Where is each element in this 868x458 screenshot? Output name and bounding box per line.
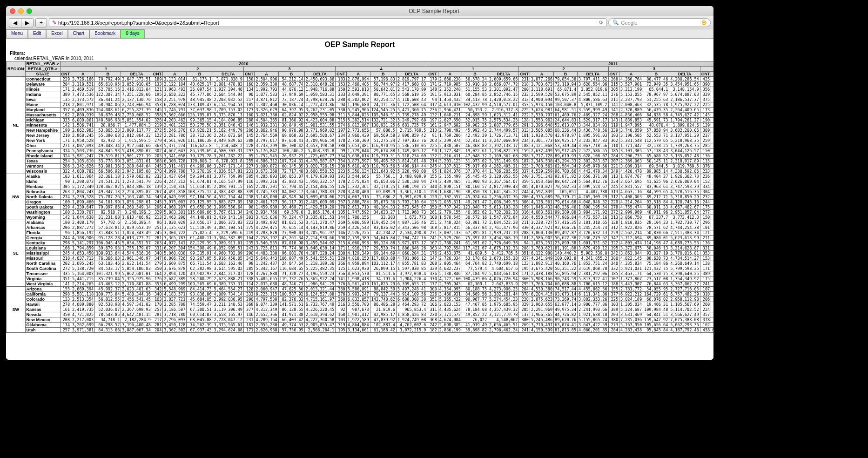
table-row: Maine2182,801,97158,904.062,743,066.9435… bbox=[7, 102, 714, 108]
data-cell: 34,191.6 bbox=[370, 276, 396, 282]
data-cell: 88,647.24 bbox=[554, 179, 578, 184]
data-cell: 73,270.19 bbox=[187, 169, 213, 174]
data-cell: 3,365,783 bbox=[163, 236, 187, 241]
data-cell: 76,655.14 bbox=[278, 225, 304, 230]
data-cell: 219 bbox=[152, 123, 163, 128]
data-cell: 245 bbox=[152, 200, 163, 205]
state-cell: Vermont bbox=[25, 164, 60, 169]
data-cell: 113 bbox=[608, 174, 619, 179]
data-cell: 2,627,550 bbox=[438, 118, 462, 123]
minimize-icon[interactable] bbox=[18, 8, 24, 14]
back-button[interactable]: ◀ bbox=[9, 18, 21, 27]
data-cell: 3,464,293.72 bbox=[396, 302, 427, 307]
zoom-icon[interactable] bbox=[27, 8, 32, 14]
data-cell: 264 bbox=[519, 287, 530, 292]
data-cell: 211 bbox=[519, 220, 530, 225]
data-cell: 5,062,681.01 bbox=[121, 271, 152, 276]
data-cell: 2,416,813.84 bbox=[121, 87, 152, 92]
data-cell: 63,801.72 bbox=[462, 220, 488, 225]
data-cell: 52,813.11 bbox=[462, 138, 488, 143]
data-cell: 216 bbox=[336, 302, 347, 307]
data-cell: 34,161.99 bbox=[95, 200, 121, 205]
data-cell: 2,916,317.8 bbox=[488, 108, 519, 113]
data-cell: 5,736,594 bbox=[711, 87, 713, 92]
data-cell: 96 bbox=[60, 230, 71, 236]
data-cell: 3,488,909.9 bbox=[396, 174, 427, 179]
data-cell: 4,433,532 bbox=[711, 271, 713, 276]
data-cell: 155 bbox=[427, 174, 438, 179]
tab-excel[interactable]: Excel bbox=[46, 29, 67, 38]
data-cell: 363 bbox=[427, 246, 438, 251]
data-cell: 56,895.94 bbox=[554, 271, 578, 276]
data-cell: 329 bbox=[427, 266, 438, 271]
tab-edit[interactable]: Edit bbox=[28, 29, 46, 38]
data-cell: 6,812,667 bbox=[346, 123, 370, 128]
data-cell: 173 bbox=[243, 108, 255, 113]
tab-bookmark[interactable]: Bookmark bbox=[89, 29, 121, 38]
tab-chart[interactable]: Chart bbox=[68, 29, 89, 38]
col-a: A bbox=[619, 72, 643, 77]
data-cell: 169 bbox=[519, 205, 530, 210]
tab-menu[interactable]: Menu bbox=[6, 29, 28, 38]
data-cell: 1,645,491 bbox=[711, 287, 713, 292]
data-cell: 4,048,946.32 bbox=[578, 200, 608, 205]
data-cell: 3,529,766 bbox=[438, 236, 462, 241]
data-cell: 81,674.01 bbox=[187, 179, 213, 184]
search-bar[interactable]: 🔍 Google ⦿ bbox=[608, 18, 711, 27]
data-cell: 53,778.99 bbox=[95, 159, 121, 164]
data-cell: 2,852,746.15 bbox=[488, 92, 519, 97]
state-cell: Nebraska bbox=[25, 189, 60, 195]
data-cell: 272 bbox=[60, 266, 71, 271]
state-cell: Missouri bbox=[25, 256, 60, 261]
data-cell: 95 bbox=[243, 154, 255, 159]
col-b: B bbox=[643, 72, 669, 77]
data-cell: 4,898,151 bbox=[438, 184, 462, 189]
data-cell: 2,170,801.88 bbox=[121, 282, 152, 287]
data-cell: 3,342,626 bbox=[71, 164, 95, 169]
data-cell: 1,938,418 bbox=[346, 276, 370, 282]
col-a: A bbox=[255, 72, 278, 77]
data-cell: 1,924,749.08 bbox=[396, 317, 427, 323]
data-cell: 3,304,722 bbox=[163, 230, 187, 236]
data-cell: 50,830.66 bbox=[643, 230, 669, 236]
data-cell: 4,089,734.14 bbox=[213, 292, 243, 297]
reload-icon[interactable]: ⟳ bbox=[599, 20, 603, 26]
data-cell: 5,218,968.35 bbox=[669, 138, 700, 143]
data-cell: 24,171.36 bbox=[370, 102, 396, 108]
data-cell: 84,313.66 bbox=[95, 328, 121, 333]
data-cell: 232 bbox=[700, 195, 711, 200]
data-cell: 60,088.88 bbox=[554, 282, 578, 287]
region-cell: NW bbox=[7, 174, 26, 220]
data-cell: 79,097.86 bbox=[95, 205, 121, 210]
data-cell: 4,260,649.14 bbox=[669, 261, 700, 266]
add-bookmark-button[interactable]: + bbox=[35, 18, 47, 27]
close-icon[interactable] bbox=[10, 8, 15, 14]
data-cell: 30,469.71 bbox=[278, 205, 304, 210]
data-cell: 317 bbox=[427, 102, 438, 108]
data-cell: 5,141,297 bbox=[71, 241, 95, 246]
data-cell: 176 bbox=[427, 251, 438, 256]
data-cell: 213 bbox=[152, 215, 163, 220]
data-cell: 275 bbox=[243, 225, 255, 230]
url-bar[interactable]: ✎ http://192.168.1.8/oep/report.php?samp… bbox=[49, 18, 606, 27]
tab-days[interactable]: 0 days bbox=[121, 29, 144, 38]
state-cell: Nevada bbox=[25, 312, 60, 317]
data-cell: 1,915,595.5 bbox=[121, 138, 152, 143]
forward-button[interactable]: ▶ bbox=[21, 18, 34, 27]
data-cell: 135 bbox=[60, 97, 71, 102]
state-cell: Texas bbox=[25, 159, 60, 164]
data-cell: 1,648,211 bbox=[438, 113, 462, 118]
data-cell: 210 bbox=[60, 133, 71, 138]
data-cell: 1,972,589 bbox=[346, 317, 370, 323]
data-cell: 68,045.88 bbox=[187, 317, 213, 323]
rss-icon[interactable]: ⦿ bbox=[701, 20, 707, 26]
data-cell: 295 bbox=[519, 282, 530, 287]
data-cell: 4,552,754.44 bbox=[213, 195, 243, 200]
data-cell: 5,375,870.13 bbox=[213, 113, 243, 118]
data-cell: 5,851,554.02 bbox=[121, 118, 152, 123]
data-cell: 1,960,800 bbox=[711, 256, 713, 261]
data-cell: 116,625.8 bbox=[187, 143, 213, 148]
data-cell: 70,502.33 bbox=[554, 184, 578, 189]
data-cell: 3,437,054 bbox=[163, 174, 187, 179]
data-cell: 89,620.76 bbox=[554, 317, 578, 323]
